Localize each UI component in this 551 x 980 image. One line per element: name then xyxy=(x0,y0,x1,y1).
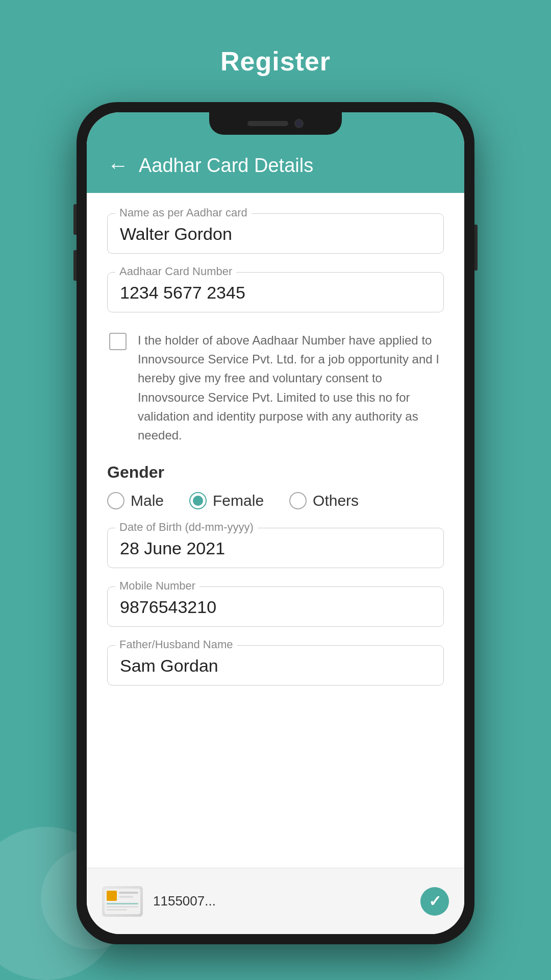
screen-content: Name as per Aadhar card Walter Gordon Aa… xyxy=(87,193,464,868)
father-label: Father/Husband Name xyxy=(115,638,237,651)
page-title: Register xyxy=(220,46,331,77)
aadhaar-label: Aadhaar Card Number xyxy=(115,265,236,278)
gender-section: Gender Male Female xyxy=(107,463,444,509)
phone-notch xyxy=(209,112,342,135)
gender-female-radio-fill xyxy=(193,496,203,506)
doc-thumbnail xyxy=(102,886,143,917)
volume-down-button xyxy=(73,250,77,281)
mobile-label: Mobile Number xyxy=(115,579,199,593)
front-camera xyxy=(294,119,304,128)
mobile-field: Mobile Number 9876543210 xyxy=(107,586,444,627)
speaker xyxy=(247,121,288,126)
gender-others-option[interactable]: Others xyxy=(289,492,359,509)
consent-row: I the holder of above Aadhaar Number hav… xyxy=(107,331,444,445)
father-field-border[interactable]: Father/Husband Name Sam Gordan xyxy=(107,645,444,685)
mobile-value: 9876543210 xyxy=(120,597,431,617)
aadhaar-field: Aadhaar Card Number 1234 5677 2345 xyxy=(107,272,444,312)
gender-female-radio[interactable] xyxy=(189,492,207,509)
app-bar: ← Aadhar Card Details xyxy=(87,153,464,193)
svg-rect-1 xyxy=(107,891,117,901)
app-bar-title: Aadhar Card Details xyxy=(139,155,313,177)
father-value: Sam Gordan xyxy=(120,656,431,676)
dob-label: Date of Birth (dd-mm-yyyy) xyxy=(115,521,258,534)
svg-rect-5 xyxy=(107,906,138,908)
consent-text: I the holder of above Aadhaar Number hav… xyxy=(138,331,442,445)
aadhaar-value: 1234 5677 2345 xyxy=(120,283,431,303)
consent-checkbox[interactable] xyxy=(109,333,127,350)
mobile-field-border[interactable]: Mobile Number 9876543210 xyxy=(107,586,444,627)
phone-screen: ← Aadhar Card Details Name as per Aadhar… xyxy=(87,112,464,934)
doc-check-button[interactable]: ✓ xyxy=(420,887,449,916)
svg-rect-4 xyxy=(107,903,138,904)
gender-others-label: Others xyxy=(313,492,359,509)
power-button xyxy=(474,225,478,271)
svg-rect-3 xyxy=(119,896,133,898)
name-field-border[interactable]: Name as per Aadhar card Walter Gordon xyxy=(107,213,444,254)
svg-rect-2 xyxy=(119,892,138,894)
gender-title: Gender xyxy=(107,463,444,482)
check-icon: ✓ xyxy=(429,892,441,910)
aadhaar-field-border[interactable]: Aadhaar Card Number 1234 5677 2345 xyxy=(107,272,444,312)
dob-field-border[interactable]: Date of Birth (dd-mm-yyyy) 28 June 2021 xyxy=(107,528,444,568)
doc-number: 1155007... xyxy=(153,893,410,909)
gender-female-label: Female xyxy=(213,492,264,509)
gender-female-option[interactable]: Female xyxy=(189,492,264,509)
bottom-doc-bar: 1155007... ✓ xyxy=(87,868,464,934)
gender-options: Male Female Others xyxy=(107,492,444,509)
back-button[interactable]: ← xyxy=(107,153,129,178)
gender-male-option[interactable]: Male xyxy=(107,492,164,509)
name-field: Name as per Aadhar card Walter Gordon xyxy=(107,213,444,254)
name-value: Walter Gordon xyxy=(120,224,431,244)
name-label: Name as per Aadhar card xyxy=(115,206,252,219)
gender-male-label: Male xyxy=(131,492,164,509)
father-field: Father/Husband Name Sam Gordan xyxy=(107,645,444,685)
phone-frame: ← Aadhar Card Details Name as per Aadhar… xyxy=(77,102,474,944)
gender-male-radio[interactable] xyxy=(107,492,124,509)
gender-others-radio[interactable] xyxy=(289,492,307,509)
dob-value: 28 June 2021 xyxy=(120,538,431,558)
dob-field: Date of Birth (dd-mm-yyyy) 28 June 2021 xyxy=(107,528,444,568)
volume-up-button xyxy=(73,204,77,235)
svg-rect-6 xyxy=(107,909,127,911)
